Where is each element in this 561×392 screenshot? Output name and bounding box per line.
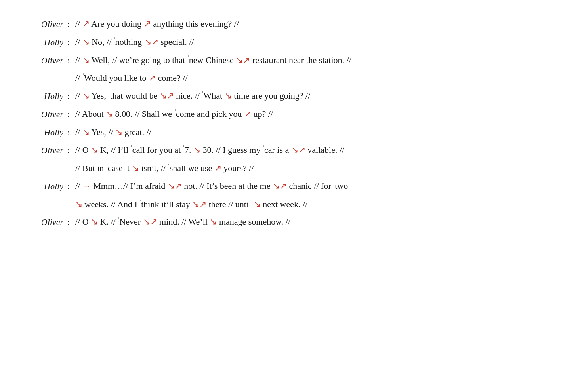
tone-arrow: ↘ — [168, 181, 175, 191]
line-content-3b: // ˈWould you like to ↗ come? // — [75, 70, 537, 86]
dialogue-line-5: Oliver : // About ↘ 8.00. // Shall we ˈc… — [24, 106, 537, 123]
tone-arrow: ↘ — [144, 37, 151, 47]
dialogue-line-8b: ↘ weeks. // And I ˈthink it’ll stay ↘↗ t… — [75, 196, 537, 213]
tone-arrow: ↘ — [82, 55, 90, 65]
line-content-8a: // → Mmm…// I’m afraid ↘↗ not. // It’s b… — [75, 178, 537, 194]
tone-arrow: ↗ — [298, 145, 305, 155]
tone-arrow: ↘ — [254, 199, 261, 209]
dialogue-line-4: Holly : // ↘ Yes, ˈthat would be ↘↗ nice… — [24, 88, 537, 105]
line-content-5: // About ↘ 8.00. // Shall we ˈcome and p… — [75, 106, 537, 122]
speaker-oliver-3: Oliver — [24, 106, 67, 123]
tone-arrow: ↗ — [199, 199, 206, 209]
dialogue-line-7b: // But in ˈcase it ↘ isn’t, // ˈshall we… — [75, 160, 537, 177]
speaker-oliver-4: Oliver — [24, 142, 67, 159]
line-content-3a: // ↘ Well, // we’re going to that ˈnew C… — [75, 52, 537, 69]
line-content-8b: ↘ weeks. // And I ˈthink it’ll stay ↘↗ t… — [75, 196, 537, 213]
tone-arrow: ↗ — [144, 19, 151, 29]
tone-arrow: ↗ — [149, 73, 156, 83]
tone-arrow: ↘ — [75, 199, 82, 209]
dialogue-line-7a: Oliver : // O ↘ K, // I’ll ˈcall for you… — [24, 142, 537, 159]
line-content-4: // ↘ Yes, ˈthat would be ↘↗ nice. // ˈWh… — [75, 88, 537, 104]
tone-arrow: ↗ — [150, 217, 157, 226]
speaker-oliver-2: Oliver — [24, 52, 67, 69]
dialogue-line-8a: Holly : // → Mmm…// I’m afraid ↘↗ not. /… — [24, 178, 537, 195]
tone-arrow: ↗ — [214, 163, 221, 173]
dialogue-line-3a: Oliver : // ↘ Well, // we’re going to th… — [24, 52, 537, 69]
tone-arrow: → — [82, 181, 91, 191]
speaker-oliver-1: Oliver — [24, 16, 67, 32]
tone-arrow: ↘ — [225, 91, 232, 101]
tone-arrow: ↗ — [151, 37, 158, 47]
tone-arrow: ↘ — [82, 91, 90, 101]
tone-arrow: ↘ — [82, 127, 90, 137]
dialogue-line-3b: // ˈWould you like to ↗ come? // — [75, 70, 537, 86]
tone-arrow: ↗ — [243, 55, 250, 65]
tone-arrow: ↗ — [82, 19, 90, 29]
speaker-holly-2: Holly — [24, 88, 67, 105]
tone-arrow: ↗ — [280, 181, 287, 191]
speaker-holly-4: Holly — [24, 178, 67, 195]
tone-arrow: ↘ — [115, 127, 122, 137]
dialogue-line-2: Holly : // ↘ No, // ˈnothing ↘↗ special.… — [24, 34, 537, 51]
tone-arrow: ↘ — [132, 163, 139, 173]
tone-arrow: ↗ — [244, 109, 251, 119]
line-content-1: // ↗ Are you doing ↗ anything this eveni… — [75, 16, 537, 32]
line-content-9: // O ↘ K. // ˈNever ↘↗ mind. // We’ll ↘ … — [75, 214, 537, 230]
tone-arrow: ↘ — [236, 55, 243, 65]
tone-arrow: ↘ — [192, 199, 199, 209]
tone-arrow: ↗ — [167, 91, 174, 101]
tone-arrow: ↘ — [91, 145, 98, 155]
dialogue-line-6: Holly : // ↘ Yes, // ↘ great. // — [24, 124, 537, 141]
dialogue-line-1: Oliver : // ↗ Are you doing ↗ anything t… — [24, 16, 537, 32]
line-content-6: // ↘ Yes, // ↘ great. // — [75, 124, 537, 141]
speaker-holly-3: Holly — [24, 124, 67, 141]
speaker-holly-1: Holly — [24, 34, 67, 51]
speaker-oliver-5: Oliver — [24, 214, 67, 230]
line-content-2: // ↘ No, // ˈnothing ↘↗ special. // — [75, 34, 537, 50]
dialogue-line-9: Oliver : // O ↘ K. // ˈNever ↘↗ mind. //… — [24, 214, 537, 230]
tone-arrow: ↘ — [273, 181, 280, 191]
tone-arrow: ↘ — [106, 109, 113, 119]
line-content-7b: // But in ˈcase it ↘ isn’t, // ˈshall we… — [75, 160, 537, 177]
line-content-7a: // O ↘ K, // I’ll ˈcall for you at ˈ7. ↘… — [75, 142, 537, 158]
tone-arrow: ↘ — [193, 145, 200, 155]
tone-arrow: ↘ — [291, 145, 298, 155]
tone-arrow: ↘ — [91, 217, 98, 226]
tone-arrow: ↘ — [143, 217, 150, 226]
dialogue-container: Oliver : // ↗ Are you doing ↗ anything t… — [24, 16, 537, 230]
tone-arrow: ↘ — [160, 91, 167, 101]
tone-arrow: ↘ — [210, 217, 217, 226]
tone-arrow: ↗ — [175, 181, 182, 191]
tone-arrow: ↘ — [82, 37, 90, 47]
